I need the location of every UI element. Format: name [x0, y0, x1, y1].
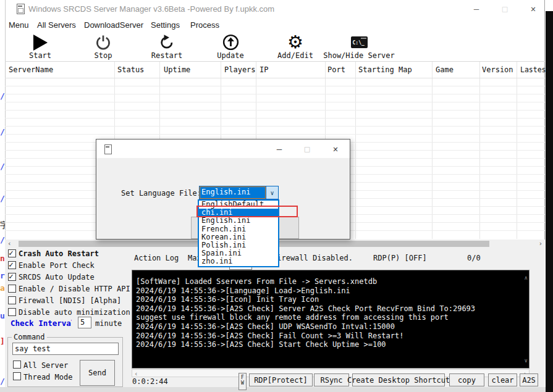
dropdown-option-spain-ini[interactable]: Spain.ini: [199, 249, 278, 257]
restart-button[interactable]: Restart: [131, 33, 203, 60]
checkbox-all-server[interactable]: [13, 361, 21, 369]
dropdown-option-polish-ini[interactable]: Polish.ini: [199, 241, 278, 249]
stop-button[interactable]: Stop: [67, 33, 139, 60]
column-header-players[interactable]: Players: [224, 65, 256, 74]
combobox-value: English.ini: [200, 186, 266, 199]
send-button[interactable]: Send: [80, 360, 115, 386]
column-header-uptime[interactable]: Uptime: [164, 65, 190, 74]
column-header-starting-map[interactable]: Starting Map: [358, 65, 412, 74]
background-fragment: al: [0, 283, 5, 293]
checkbox-label: All Server: [23, 361, 68, 370]
dropdown-option-english-ini[interactable]: English.ini: [199, 217, 278, 225]
status-counter: 0/0: [467, 254, 481, 262]
checkbox-thread-mode[interactable]: [13, 372, 21, 380]
update-icon: [222, 33, 239, 51]
maximize-button[interactable]: □: [497, 2, 513, 15]
checkbox-http-api[interactable]: [8, 285, 16, 293]
checkbox-firewall-ndis[interactable]: [8, 296, 16, 304]
check-interval-input[interactable]: 5: [78, 317, 91, 328]
command-input[interactable]: say test: [12, 343, 119, 355]
rdp-protect-button[interactable]: RDP[Protect]: [249, 373, 313, 386]
column-header-version[interactable]: Version: [482, 65, 513, 74]
scroll-right-icon[interactable]: ›: [538, 240, 542, 248]
rdp-status: RDP(P) [OFF]: [373, 254, 427, 262]
column-header-status[interactable]: Status: [117, 65, 144, 74]
dropdown-option-korean-ini[interactable]: Korean.ini: [199, 233, 278, 241]
checkbox-label: Enable Port Check: [19, 261, 95, 270]
uptime-timer: 0:0:2:44: [132, 377, 168, 386]
toolbar-label: Restart: [151, 51, 183, 60]
checkbox-crash-auto-restart[interactable]: [8, 249, 16, 257]
set-language-label: Set Language File:: [121, 189, 201, 198]
dialog-minimize-button[interactable]: —: [272, 142, 287, 156]
highlight-rectangle: [196, 206, 298, 217]
power-icon: [95, 33, 111, 51]
checkbox-label: Thread Mode: [23, 373, 72, 382]
dropdown-option-zho-ini[interactable]: zho.ini: [199, 257, 278, 265]
menu-item-downloadserver[interactable]: DownloadServer: [84, 20, 143, 30]
checkbox-label: SRCDS Auto Update: [19, 273, 95, 281]
dialog-maximize-button[interactable]: □: [300, 142, 314, 156]
minimize-button[interactable]: —: [468, 2, 484, 15]
chevron-down-icon[interactable]: [266, 186, 278, 199]
start-button[interactable]: Start: [4, 33, 76, 60]
column-header-port[interactable]: Port: [327, 65, 345, 74]
background-fragment: /p: [0, 127, 5, 136]
gear-icon: ⚙: [287, 33, 303, 51]
dialog-close-button[interactable]: ✕: [328, 142, 343, 156]
background-fragment: /p: [0, 194, 5, 203]
console-text: [SoftWare] Loaded Sservers From File -> …: [132, 270, 529, 349]
scroll-up-icon[interactable]: ∧: [525, 275, 528, 281]
dropdown-option-french-ini[interactable]: French.ini: [199, 225, 278, 233]
column-header-game[interactable]: Game: [436, 65, 454, 74]
rsync-button[interactable]: RSync: [314, 373, 349, 386]
checkbox-enable-port-check[interactable]: [8, 261, 16, 269]
background-fragment: nr: [0, 254, 5, 263]
menu-item-process[interactable]: Process: [190, 20, 219, 30]
background-fragment: /p: [0, 377, 5, 386]
close-button[interactable]: ✕: [525, 2, 541, 15]
command-group-label: Command: [12, 333, 47, 341]
column-header-lastest[interactable]: Lastest: [520, 65, 550, 74]
desktop-background: [0, 387, 546, 392]
background-fragment: ]: [0, 336, 5, 346]
screen: /p /p /p /p 字 /p nr r al u ] /p Windows …: [0, 0, 553, 392]
divider: [5, 61, 545, 62]
background-fragment: /p: [0, 235, 5, 244]
update-button[interactable]: Update: [195, 33, 266, 60]
fw-bottom: W: [241, 380, 244, 386]
checkbox-label: Disable auto minimization: [19, 308, 130, 317]
action-log-label: Action Log: [134, 254, 179, 262]
checkbox-srcds-auto-update[interactable]: [8, 273, 16, 281]
checkbox-disable-auto-minimization[interactable]: [8, 308, 16, 316]
fw-button[interactable]: F W: [239, 373, 247, 390]
clear-button[interactable]: clear: [488, 373, 517, 386]
checkbox-label: Crash Auto Restart: [19, 249, 99, 258]
menu-item-settings[interactable]: Settings: [151, 20, 180, 30]
scroll-left-icon[interactable]: ‹: [7, 240, 12, 248]
toolbar-label: Start: [29, 51, 51, 60]
column-header-servername[interactable]: ServerName: [9, 65, 53, 74]
checkbox-label: Firewall [NDIS] [Alpha]: [19, 296, 121, 305]
column-header-ip[interactable]: IP: [260, 65, 268, 74]
check-interval-label: Check Interval: [11, 319, 72, 328]
toolbar-label: Update: [217, 51, 243, 60]
menu-item-menu[interactable]: Menu: [9, 20, 29, 30]
show-hide-server-button[interactable]: C:\_ Show/Hide Server: [323, 33, 395, 60]
add-edit-button[interactable]: ⚙ Add/Edit: [260, 33, 331, 60]
language-combobox[interactable]: English.ini: [199, 186, 279, 199]
copy-button[interactable]: copy: [449, 373, 484, 386]
create-desktop-shortcut-button[interactable]: Create Desktop Shortcut: [352, 373, 445, 386]
app-icon: [17, 4, 25, 14]
toolbar-label: Add/Edit: [277, 51, 313, 60]
toolbar-label: Stop: [95, 51, 112, 60]
dialog-icon: [104, 144, 112, 154]
checkbox-label: Enable / Disable HTTP API: [19, 285, 130, 293]
restart-icon: [159, 33, 175, 51]
scroll-down-icon[interactable]: ∨: [525, 357, 528, 364]
a2s-button[interactable]: A2S: [520, 373, 538, 386]
background-fragment: r: [0, 271, 5, 280]
action-log-console: [SoftWare] Loaded Sservers From File -> …: [132, 270, 530, 369]
window-title: Windows SRCDS Server Manager v3.6Beta -P…: [28, 4, 274, 14]
menu-item-all-servers[interactable]: All Servers: [37, 20, 76, 30]
